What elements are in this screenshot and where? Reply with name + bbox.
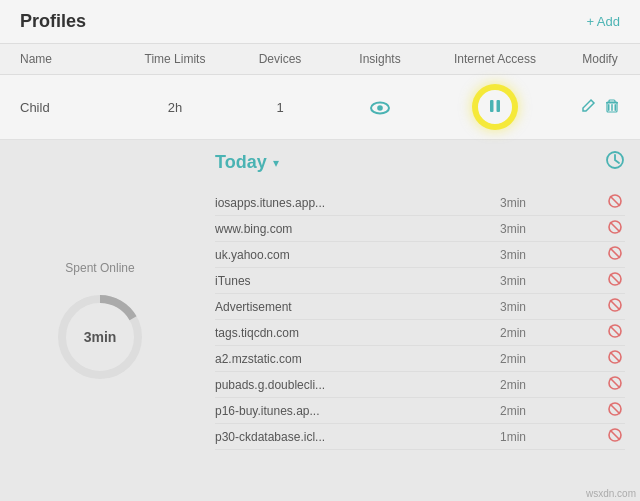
today-label: Today: [215, 152, 267, 173]
bottom-panel: Spent Online 3min Today ▾ iosapps.itunes…: [0, 140, 640, 501]
svg-point-1: [377, 105, 383, 111]
svg-line-29: [611, 405, 620, 414]
site-list-area: Today ▾ iosapps.itunes.app...3min www.bi…: [200, 140, 640, 501]
donut-time-value: 3min: [84, 329, 117, 345]
svg-rect-7: [615, 104, 617, 111]
svg-line-31: [611, 431, 620, 440]
list-header: Today ▾: [215, 150, 625, 180]
svg-line-27: [611, 379, 620, 388]
site-name: p30-ckdatabase.icl...: [215, 430, 415, 444]
top-bar: Profiles + Add: [0, 0, 640, 44]
col-internet-access: Internet Access: [430, 52, 560, 66]
watermark: wsxdn.com: [586, 488, 636, 499]
site-name: Advertisement: [215, 300, 415, 314]
site-time: 2min: [486, 326, 526, 340]
col-insights: Insights: [330, 52, 430, 66]
site-time: 2min: [486, 378, 526, 392]
list-item: iosapps.itunes.app...3min: [215, 190, 625, 216]
list-item: iTunes3min: [215, 268, 625, 294]
list-item: p30-ckdatabase.icl...1min: [215, 424, 625, 450]
table-header: Name Time Limits Devices Insights Intern…: [0, 44, 640, 75]
block-site-icon[interactable]: [605, 194, 625, 211]
list-item: Advertisement3min: [215, 294, 625, 320]
site-name: www.bing.com: [215, 222, 415, 236]
insights-eye-icon[interactable]: [330, 95, 430, 119]
block-site-icon[interactable]: [605, 376, 625, 393]
svg-rect-6: [611, 104, 613, 111]
site-list: iosapps.itunes.app...3min www.bing.com3m…: [215, 190, 625, 450]
svg-line-21: [611, 301, 620, 310]
svg-line-25: [611, 353, 620, 362]
list-item: www.bing.com3min: [215, 216, 625, 242]
profile-devices: 1: [230, 100, 330, 115]
delete-icon[interactable]: [604, 98, 620, 117]
donut-chart: 3min: [50, 287, 150, 387]
list-item: uk.yahoo.com3min: [215, 242, 625, 268]
modify-cell: [560, 98, 640, 117]
spent-online-label: Spent Online: [65, 261, 134, 275]
block-site-icon[interactable]: [605, 272, 625, 289]
list-item: pubads.g.doublecli...2min: [215, 372, 625, 398]
site-time: 3min: [486, 222, 526, 236]
col-modify: Modify: [560, 52, 640, 66]
site-time: 1min: [486, 430, 526, 444]
chart-area: Spent Online 3min: [0, 140, 200, 501]
history-icon[interactable]: [605, 150, 625, 175]
site-time: 3min: [486, 248, 526, 262]
site-time: 3min: [486, 300, 526, 314]
svg-line-17: [611, 249, 620, 258]
profile-name: Child: [20, 100, 120, 115]
site-time: 2min: [486, 404, 526, 418]
page-title: Profiles: [20, 11, 86, 32]
list-item: tags.tiqcdn.com2min: [215, 320, 625, 346]
block-site-icon[interactable]: [605, 246, 625, 263]
svg-rect-5: [608, 104, 610, 111]
block-site-icon[interactable]: [605, 350, 625, 367]
site-time: 3min: [486, 196, 526, 210]
profile-time-limits: 2h: [120, 100, 230, 115]
site-name: iosapps.itunes.app...: [215, 196, 415, 210]
table-row: Child 2h 1: [0, 75, 640, 140]
list-item: a2.mzstatic.com2min: [215, 346, 625, 372]
col-name: Name: [20, 52, 120, 66]
today-filter-button[interactable]: Today ▾: [215, 152, 279, 173]
site-time: 2min: [486, 352, 526, 366]
site-name: uk.yahoo.com: [215, 248, 415, 262]
edit-icon[interactable]: [580, 98, 596, 117]
site-name: tags.tiqcdn.com: [215, 326, 415, 340]
block-site-icon[interactable]: [605, 324, 625, 341]
col-devices: Devices: [230, 52, 330, 66]
block-site-icon[interactable]: [605, 402, 625, 419]
list-item: p16-buy.itunes.ap...2min: [215, 398, 625, 424]
svg-line-23: [611, 327, 620, 336]
block-site-icon[interactable]: [605, 428, 625, 445]
svg-line-15: [611, 223, 620, 232]
svg-rect-2: [490, 100, 494, 112]
block-site-icon[interactable]: [605, 220, 625, 237]
internet-access-toggle[interactable]: [475, 87, 515, 127]
site-time: 3min: [486, 274, 526, 288]
internet-access-cell: [430, 87, 560, 127]
svg-line-13: [611, 197, 620, 206]
add-profile-button[interactable]: + Add: [586, 14, 620, 29]
svg-rect-3: [497, 100, 501, 112]
site-name: a2.mzstatic.com: [215, 352, 415, 366]
chevron-down-icon: ▾: [273, 156, 279, 170]
svg-line-19: [611, 275, 620, 284]
site-name: pubads.g.doublecli...: [215, 378, 415, 392]
col-time-limits: Time Limits: [120, 52, 230, 66]
site-name: iTunes: [215, 274, 415, 288]
site-name: p16-buy.itunes.ap...: [215, 404, 415, 418]
pause-icon: [487, 98, 503, 117]
block-site-icon[interactable]: [605, 298, 625, 315]
